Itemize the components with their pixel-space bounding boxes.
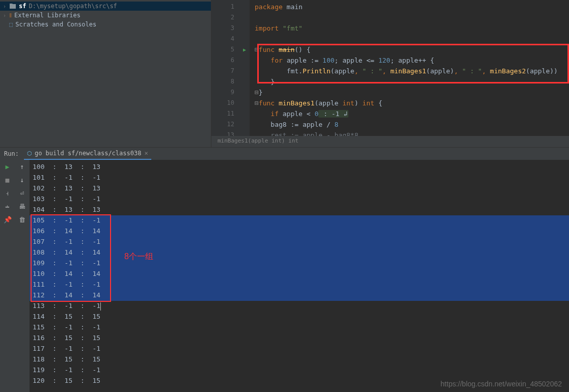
line-gutter[interactable]: 1 2 3 4 5 6 7 8 9 10 11 12 13 (211, 0, 239, 147)
project-name: sf (19, 3, 26, 10)
output-line: 109 : -1 : -1 (33, 258, 569, 268)
output-line: 117 : -1 : -1 (33, 343, 569, 354)
line-number: 12 (211, 119, 239, 130)
console-output[interactable]: 100 : 13 : 13101 : -1 : -1102 : 13 : 131… (30, 160, 569, 392)
layout-button[interactable]: ⫞ (3, 189, 12, 199)
output-line: 112 : 14 : 14 (33, 290, 569, 300)
scratches-consoles[interactable]: ⬚ Scratches and Consoles (0, 20, 211, 29)
up-button[interactable]: ↑ (18, 163, 27, 172)
line-number: 10 (211, 98, 239, 108)
line-number: 5 (211, 44, 239, 55)
project-tree[interactable]: › sf D:\mysetup\gopath\src\sf › ⫴ Extern… (0, 0, 211, 147)
output-line: 106 : 14 : 14 (33, 226, 569, 236)
output-line: 103 : -1 : -1 (33, 193, 569, 204)
output-line: 101 : -1 : -1 (33, 172, 569, 183)
output-line: 108 : 14 : 14 (33, 247, 569, 258)
go-icon: ⬡ (27, 150, 32, 157)
annotation-text: 8个一组 (124, 251, 153, 262)
line-number: 11 (211, 108, 239, 119)
run-toolbar: Run: ⬡ go build sf/newclass/class038 × (0, 148, 569, 160)
project-path: D:\mysetup\gopath\src\sf (29, 3, 117, 10)
project-root[interactable]: › sf D:\mysetup\gopath\src\sf (0, 2, 211, 11)
chevron-right-icon[interactable]: › (3, 13, 9, 18)
run-gutter: ▶ ■ ⫞ ⫨ 📌 ↑ ↓ ⏎ 🖶 🗑 (0, 160, 30, 392)
line-number: 4 (211, 34, 239, 44)
output-line: 114 : 15 : 15 (33, 311, 569, 322)
output-line: 102 : 13 : 13 (33, 183, 569, 193)
external-libraries[interactable]: › ⫴ External Libraries (0, 11, 211, 20)
run-tab[interactable]: ⬡ go build sf/newclass/class038 × (24, 148, 151, 160)
close-icon[interactable]: × (144, 150, 148, 157)
run-marker-icon[interactable]: ▶ (239, 44, 250, 55)
line-number: 1 (211, 2, 239, 12)
folder-icon (9, 3, 16, 9)
library-icon: ⫴ (9, 12, 12, 19)
filter-button[interactable]: ⫨ (3, 203, 12, 212)
gutter-icons: ▶ (239, 0, 250, 147)
line-number: 8 (211, 76, 239, 87)
line-number: 7 (211, 66, 239, 76)
external-libs-label: External Libraries (14, 12, 80, 19)
breadcrumb-bar[interactable]: minBages1(apple int) int (211, 136, 569, 147)
run-tab-name: go build sf/newclass/class038 (35, 150, 142, 157)
print-button[interactable]: 🖶 (18, 203, 27, 212)
output-line: 111 : -1 : -1 (33, 279, 569, 290)
scratches-label: Scratches and Consoles (15, 21, 96, 28)
output-line: 105 : -1 : -1 (33, 215, 569, 226)
output-line: 104 : 13 : 13 (33, 204, 569, 215)
wrap-button[interactable]: ⏎ (18, 189, 27, 199)
output-line: 107 : -1 : -1 (33, 236, 569, 247)
breadcrumb[interactable]: minBages1(apple int) int (218, 137, 299, 144)
output-line: 116 : 15 : 15 (33, 332, 569, 343)
output-line: 113 : -1 : -1 (33, 300, 569, 311)
stop-button[interactable]: ■ (3, 176, 12, 185)
scratch-icon: ⬚ (9, 21, 13, 28)
line-number: 6 (211, 55, 239, 66)
output-line: 110 : 14 : 14 (33, 268, 569, 279)
trash-button[interactable]: 🗑 (18, 216, 27, 225)
output-line: 100 : 13 : 13 (33, 161, 569, 172)
code-area[interactable]: package main import "fmt" ⊟func main() {… (250, 0, 569, 147)
output-line: 115 : -1 : -1 (33, 322, 569, 332)
output-line: 120 : 15 : 15 (33, 375, 569, 386)
line-number: 9 (211, 87, 239, 98)
code-editor[interactable]: 1 2 3 4 5 6 7 8 9 10 11 12 13 ▶ (211, 0, 569, 147)
output-line: 119 : -1 : -1 (33, 365, 569, 375)
output-line: 118 : 15 : 15 (33, 354, 569, 365)
pin-button[interactable]: 📌 (3, 216, 12, 225)
rerun-button[interactable]: ▶ (3, 163, 12, 172)
down-button[interactable]: ↓ (18, 176, 27, 185)
run-label: Run: (4, 150, 19, 157)
line-number: 2 (211, 12, 239, 23)
line-number: 3 (211, 23, 239, 34)
chevron-right-icon[interactable]: › (3, 4, 9, 9)
